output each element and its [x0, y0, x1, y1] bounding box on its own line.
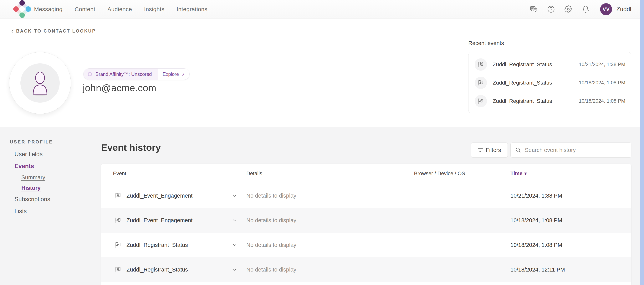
help-icon[interactable]	[547, 5, 555, 13]
nav-item[interactable]: Content	[75, 6, 95, 13]
sort-desc-icon: ▾	[524, 171, 527, 176]
event-name: Zuddl_Registrant_Status	[126, 242, 188, 248]
top-nav: Messaging Content Audience Insights Inte…	[0, 0, 644, 19]
column-header-details[interactable]: Details	[246, 171, 414, 177]
time-cell: 10/18/2024, 1:08 PM	[510, 242, 631, 248]
event-flag-icon	[114, 217, 122, 224]
event-name: Zuddl_Registrant_Status	[126, 266, 188, 273]
sidebar-item[interactable]: Events	[14, 160, 50, 172]
recent-event-row[interactable]: Zuddl_Registrant_Status 10/18/2024, 1:08…	[468, 92, 631, 110]
details-cell: No details to display	[246, 217, 414, 223]
window-top-edge	[0, 0, 644, 1]
profile-avatar	[9, 52, 71, 114]
table-row[interactable]: Zuddl_Event_Engagement No details to dis…	[101, 183, 631, 208]
logo-dot-green	[20, 13, 25, 18]
time-header-label: Time	[510, 171, 522, 177]
logo-dot-blue	[26, 6, 31, 12]
filter-icon	[478, 148, 483, 152]
chevron-right-icon	[182, 72, 184, 76]
column-header-event[interactable]: Event	[113, 171, 246, 177]
expand-row-button[interactable]	[233, 244, 236, 246]
sidebar-item-label: Lists	[14, 208, 27, 215]
time-cell: 10/18/2024, 12:11 PM	[510, 266, 631, 273]
chevron-down-icon	[233, 195, 236, 197]
event-cell: Zuddl_Registrant_Status	[114, 266, 246, 273]
app-logo-icon[interactable]	[14, 1, 31, 18]
sidebar-item-label: Summary	[21, 174, 45, 181]
time-cell: 10/21/2024, 1:38 PM	[510, 193, 631, 199]
event-name: Zuddl_Event_Engagement	[126, 217, 192, 223]
account-name: Zuddl	[616, 6, 631, 13]
recent-event-time: 10/21/2024, 1:38 PM	[579, 62, 625, 67]
main-nav: Messaging Content Audience Insights Inte…	[34, 0, 208, 19]
search-input[interactable]	[524, 147, 626, 153]
event-history-table: Event Details Browser / Device / OS Time…	[101, 164, 631, 285]
settings-icon[interactable]	[564, 5, 572, 13]
column-header-time-sort[interactable]: Time ▾	[510, 171, 631, 177]
chevron-down-icon	[233, 244, 236, 246]
filters-button[interactable]: Filters	[471, 143, 508, 158]
recent-event-name: Zuddl_Registrant_Status	[493, 62, 552, 68]
recent-event-time: 10/18/2024, 1:08 PM	[579, 98, 625, 104]
brand-affinity-label: Brand Affinity™: Unscored	[96, 72, 152, 77]
expand-row-button[interactable]	[233, 269, 236, 271]
table-row[interactable]: Zuddl_Event_Engagement No details to dis…	[101, 208, 631, 233]
recent-event-time: 10/18/2024, 1:08 PM	[579, 80, 625, 86]
recent-event-row[interactable]: Zuddl_Registrant_Status 10/18/2024, 1:08…	[468, 74, 631, 92]
event-cell: Zuddl_Registrant_Status	[114, 241, 246, 248]
sidebar-item-label: User fields	[14, 151, 42, 158]
nav-item[interactable]: Messaging	[34, 6, 62, 13]
sidebar-item-label: History	[21, 185, 40, 191]
feedback-icon[interactable]	[530, 5, 538, 13]
search-icon	[515, 147, 521, 153]
sidebar-item[interactable]: User fields	[14, 148, 50, 160]
details-cell: No details to display	[246, 242, 414, 248]
recent-event-name: Zuddl_Registrant_Status	[493, 80, 552, 86]
nav-item[interactable]: Insights	[144, 6, 164, 13]
time-cell: 10/18/2024, 1:08 PM	[510, 217, 631, 223]
sidebar-item-label: Events	[14, 163, 34, 170]
contact-email-title: john@acme.com	[83, 82, 156, 94]
expand-row-button[interactable]	[233, 195, 236, 197]
sidebar-item[interactable]: Subscriptions	[14, 193, 50, 205]
account-avatar[interactable]: VV	[600, 3, 612, 15]
logo-dot-purple	[20, 0, 25, 6]
event-cell: Zuddl_Event_Engagement	[114, 217, 246, 224]
nav-item[interactable]: Integrations	[176, 6, 207, 13]
chevron-down-icon	[233, 269, 236, 271]
sidebar-section-label: USER PROFILE	[10, 139, 53, 145]
logo-dot-red	[13, 6, 19, 12]
details-cell: No details to display	[246, 193, 414, 199]
nav-right-group: VV Zuddl	[530, 0, 631, 19]
chevron-left-icon	[11, 29, 14, 33]
page-scrollbar[interactable]	[640, 0, 644, 285]
sidebar-item[interactable]: History	[14, 183, 50, 193]
table-row[interactable]: Zuddl_Registrant_Status No details to di…	[101, 233, 631, 257]
score-ring-icon	[88, 72, 92, 77]
event-flag-icon	[114, 192, 122, 199]
sidebar-item-label: Subscriptions	[14, 196, 50, 203]
notifications-icon[interactable]	[582, 5, 590, 13]
event-name: Zuddl_Event_Engagement	[126, 193, 192, 199]
recent-events-title: Recent events	[468, 40, 504, 46]
explore-button[interactable]: Explore	[158, 69, 190, 80]
event-flag-icon	[475, 77, 487, 89]
event-flag-icon	[114, 266, 122, 273]
nav-item[interactable]: Audience	[108, 6, 132, 13]
filters-label: Filters	[486, 147, 501, 153]
table-body: Zuddl_Event_Engagement No details to dis…	[101, 183, 631, 282]
table-header-row: Event Details Browser / Device / OS Time…	[101, 164, 631, 183]
recent-event-name: Zuddl_Registrant_Status	[493, 98, 552, 104]
brand-affinity-badge[interactable]: Brand Affinity™: Unscored Explore	[83, 68, 190, 80]
expand-row-button[interactable]	[233, 219, 236, 221]
event-flag-icon	[475, 95, 487, 107]
table-row[interactable]: Zuddl_Registrant_Status No details to di…	[101, 257, 631, 282]
sidebar-item[interactable]: Summary	[14, 172, 50, 183]
chevron-down-icon	[233, 219, 236, 221]
sidebar-item[interactable]: Lists	[14, 205, 50, 217]
column-header-browser-device-os[interactable]: Browser / Device / OS	[414, 171, 510, 177]
event-flag-icon	[475, 58, 487, 71]
recent-event-row[interactable]: Zuddl_Registrant_Status 10/21/2024, 1:38…	[468, 55, 631, 74]
search-container	[510, 143, 631, 158]
back-to-contact-lookup-link[interactable]: BACK TO CONTACT LOOKUP	[11, 29, 96, 34]
